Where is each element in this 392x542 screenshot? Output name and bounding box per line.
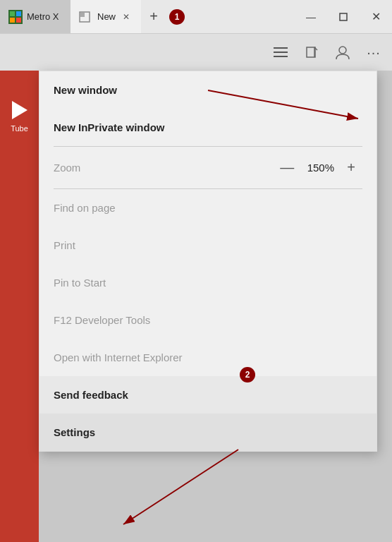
youtube-play-triangle: [12, 101, 27, 119]
zoom-value-display: 150%: [301, 162, 340, 174]
svg-rect-1: [16, 11, 21, 16]
f12-developer-tools-label: F12 Developer Tools: [54, 314, 150, 326]
left-panel-youtube: Tube: [0, 71, 39, 542]
svg-rect-6: [340, 13, 347, 20]
browser-toolbar: ···: [0, 34, 392, 71]
send-feedback-label: Send feedback: [54, 389, 128, 401]
youtube-label: Tube: [11, 124, 28, 133]
zoom-decrease-button[interactable]: —: [273, 157, 301, 179]
find-on-page-label: Find on page: [54, 202, 116, 214]
new-tab-page-icon: [79, 11, 90, 23]
print-item[interactable]: Print: [39, 227, 376, 264]
tab-new[interactable]: New ✕: [71, 0, 141, 33]
new-tab-label: New: [97, 11, 116, 22]
settings-label: Settings: [54, 426, 95, 438]
open-with-ie-label: Open with Internet Explorer: [54, 351, 183, 363]
svg-rect-5: [80, 13, 85, 17]
zoom-increase-button[interactable]: +: [340, 157, 362, 179]
new-window-item[interactable]: New window: [39, 71, 376, 109]
more-actions-button[interactable]: ···: [361, 40, 386, 65]
youtube-icon: [5, 99, 35, 121]
metro-x-icon: [8, 10, 23, 24]
close-tab-button[interactable]: ✕: [120, 11, 133, 23]
pin-to-start-item[interactable]: Pin to Start: [39, 264, 376, 301]
new-inprivate-window-item[interactable]: New InPrivate window: [39, 109, 376, 146]
browser-menu-dropdown: New window New InPrivate window Zoom — 1…: [39, 71, 377, 452]
settings-item[interactable]: Settings: [39, 414, 376, 451]
zoom-label: Zoom: [54, 162, 273, 174]
svg-rect-0: [10, 11, 15, 16]
close-button[interactable]: ✕: [360, 0, 392, 34]
svg-point-13: [339, 47, 346, 54]
persona-button[interactable]: [330, 40, 355, 65]
pin-to-start-label: Pin to Start: [54, 277, 106, 289]
window-controls: — ✕: [295, 0, 392, 34]
title-bar: Metro X New ✕ + 1 — ✕: [0, 0, 392, 34]
new-tab-button[interactable]: +: [141, 4, 166, 30]
hamburger-menu-button[interactable]: [268, 40, 293, 65]
restore-icon: [338, 12, 348, 22]
hamburger-icon: [274, 47, 288, 58]
send-feedback-item[interactable]: Send feedback: [39, 376, 376, 414]
metro-x-tab-label: Metro X: [27, 11, 59, 22]
restore-button[interactable]: [327, 0, 360, 34]
svg-rect-2: [10, 18, 15, 23]
open-with-ie-item[interactable]: Open with Internet Explorer: [39, 339, 376, 376]
tab-metro-x[interactable]: Metro X: [0, 0, 71, 33]
svg-rect-3: [16, 18, 21, 23]
minimize-button[interactable]: —: [295, 0, 327, 34]
more-dots-icon: ···: [367, 44, 381, 61]
svg-rect-10: [307, 47, 315, 57]
main-area: Tube New window New InPrivate window Zoo…: [0, 71, 392, 542]
new-window-label: New window: [54, 84, 117, 96]
edit-icon: [305, 46, 318, 59]
svg-line-17: [123, 450, 238, 524]
f12-developer-tools-item[interactable]: F12 Developer Tools: [39, 301, 376, 339]
persona-icon: [335, 45, 350, 59]
notification-badge-1[interactable]: 1: [169, 9, 185, 25]
find-on-page-item[interactable]: Find on page: [39, 189, 376, 227]
zoom-control: Zoom — 150% +: [39, 147, 376, 188]
print-label: Print: [54, 239, 75, 251]
new-inprivate-label: New InPrivate window: [54, 121, 165, 133]
edit-notes-button[interactable]: [299, 40, 324, 65]
